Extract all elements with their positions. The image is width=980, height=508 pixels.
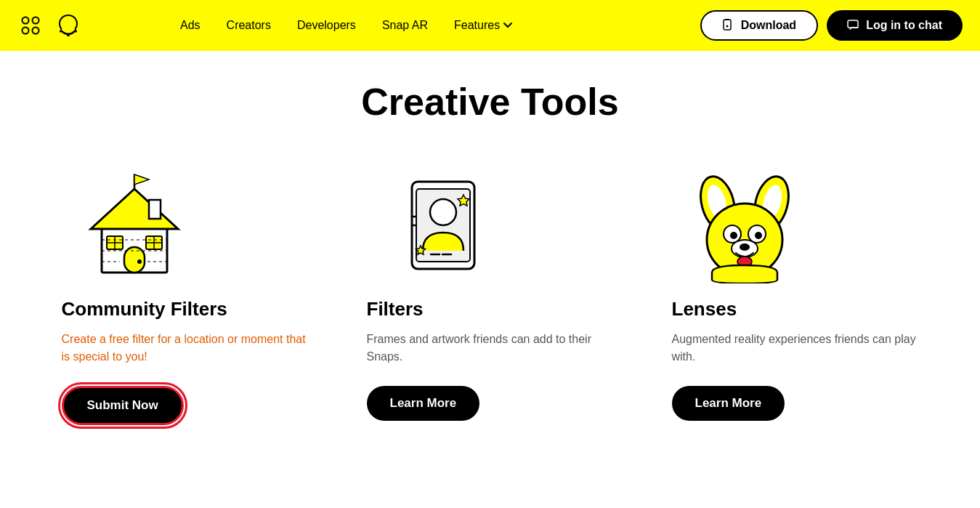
filters-desc: Frames and artwork friends can add to th…	[367, 331, 614, 366]
svg-point-0	[23, 17, 29, 24]
cards-row: Community Filters Create a free filter f…	[0, 167, 980, 425]
svg-marker-9	[91, 189, 178, 229]
community-filters-title: Community Filters	[62, 298, 227, 320]
svg-point-6	[726, 25, 728, 28]
svg-marker-11	[134, 174, 149, 185]
lenses-title: Lenses	[672, 298, 737, 320]
nav-link-ads[interactable]: Ads	[180, 19, 201, 32]
card-community-filters: Community Filters Create a free filter f…	[62, 167, 309, 425]
filters-title: Filters	[367, 298, 424, 320]
card-lenses: Lenses Augmented reality experiences fri…	[672, 167, 919, 421]
community-filters-desc: Create a free filter for a location or m…	[62, 331, 309, 366]
svg-point-1	[33, 17, 39, 24]
filters-icon	[367, 167, 512, 283]
svg-point-40	[755, 232, 762, 239]
svg-point-13	[137, 259, 142, 264]
download-button[interactable]: Download	[700, 10, 818, 41]
lenses-learn-more-button[interactable]: Learn More	[672, 386, 785, 421]
nav-link-features[interactable]: Features	[454, 19, 513, 32]
nav-link-snap-ar[interactable]: Snap AR	[382, 19, 428, 32]
filters-learn-more-button[interactable]: Learn More	[367, 386, 480, 421]
svg-point-3	[33, 28, 39, 34]
submit-now-button[interactable]: Submit Now	[62, 386, 184, 425]
navbar-links: Ads Creators Developers Snap AR Features	[180, 19, 513, 32]
svg-rect-7	[848, 20, 858, 28]
svg-rect-5	[725, 19, 729, 20]
card-filters: Filters Frames and artwork friends can a…	[367, 167, 614, 421]
lenses-desc: Augmented reality experiences friends ca…	[672, 331, 919, 366]
nav-link-developers[interactable]: Developers	[297, 19, 356, 32]
main-content: Creative Tools	[0, 51, 980, 469]
svg-point-27	[430, 199, 456, 225]
community-filters-icon	[62, 167, 207, 283]
snapchat-logo[interactable]	[55, 12, 81, 39]
navbar-left	[17, 12, 81, 39]
svg-rect-20	[149, 200, 161, 219]
svg-rect-4	[724, 20, 731, 30]
svg-point-2	[23, 28, 29, 34]
svg-point-42	[740, 243, 750, 251]
svg-point-39	[730, 232, 737, 239]
navbar: Ads Creators Developers Snap AR Features…	[0, 0, 980, 51]
login-button[interactable]: Log in to chat	[827, 10, 963, 41]
navbar-right: Download Log in to chat	[700, 10, 963, 41]
nav-link-creators[interactable]: Creators	[227, 19, 271, 32]
lenses-icon	[672, 167, 817, 283]
page-title: Creative Tools	[361, 80, 618, 124]
grid-icon[interactable]	[17, 12, 44, 39]
